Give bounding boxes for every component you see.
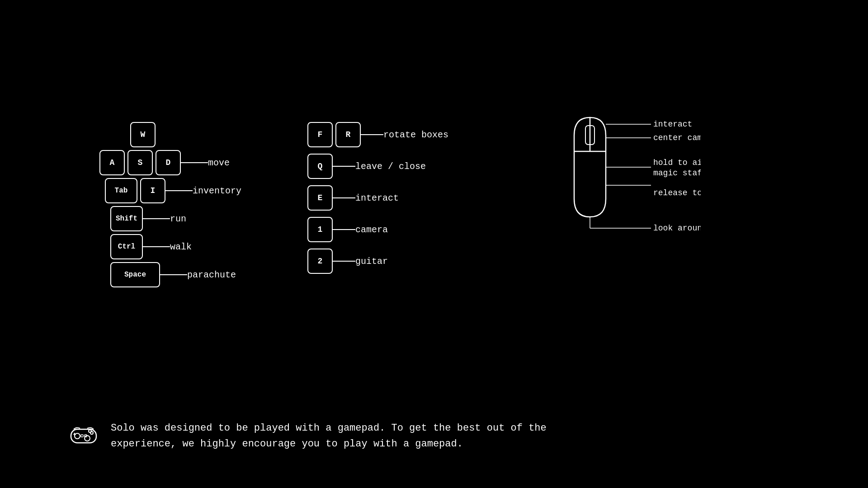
mouse-section: interact center camera hold to aim using… [511, 108, 701, 255]
label-camera: camera [355, 225, 388, 235]
svg-point-20 [89, 430, 91, 432]
svg-text:look around: look around [653, 224, 701, 233]
svg-text:release to attract objects: release to attract objects [653, 188, 701, 197]
label-rotate-boxes: rotate boxes [383, 130, 448, 140]
svg-text:hold to aim using: hold to aim using [653, 158, 701, 167]
key-1: 1 [307, 217, 333, 242]
label-inventory: inventory [193, 186, 241, 196]
key-space: Space [110, 262, 160, 287]
label-walk: walk [170, 242, 192, 252]
key-e: E [307, 185, 333, 211]
key-shift: Shift [110, 206, 143, 231]
key-s: S [127, 150, 153, 175]
svg-text:interact: interact [653, 120, 692, 129]
svg-text:magic staff: magic staff [653, 169, 701, 178]
label-run: run [170, 214, 186, 224]
key-q: Q [307, 154, 333, 179]
svg-rect-21 [81, 435, 83, 437]
keyboard-section-2: F R rotate boxes Q leave / close E inter… [307, 122, 452, 274]
key-w: W [130, 122, 156, 147]
key-f: F [307, 122, 333, 147]
gamepad-icon [70, 422, 97, 450]
keyboard-section-1: W A S D move Tab I inventory Shift run [99, 122, 271, 287]
label-parachute: parachute [187, 270, 236, 280]
bottom-note: Solo was designed to be played with a ga… [70, 420, 585, 452]
label-move: move [208, 158, 230, 168]
label-interact: interact [355, 193, 399, 203]
svg-point-17 [85, 436, 90, 441]
key-a: A [99, 150, 125, 175]
svg-text:center camera: center camera [653, 133, 701, 142]
key-d: D [156, 150, 181, 175]
key-2: 2 [307, 249, 333, 274]
key-i: I [140, 178, 165, 203]
key-ctrl: Ctrl [110, 234, 143, 259]
label-leave-close: leave / close [355, 161, 426, 172]
bottom-note-text: Solo was designed to be played with a ga… [111, 420, 585, 452]
key-tab: Tab [105, 178, 137, 203]
key-r: R [335, 122, 361, 147]
label-guitar: guitar [355, 256, 388, 267]
